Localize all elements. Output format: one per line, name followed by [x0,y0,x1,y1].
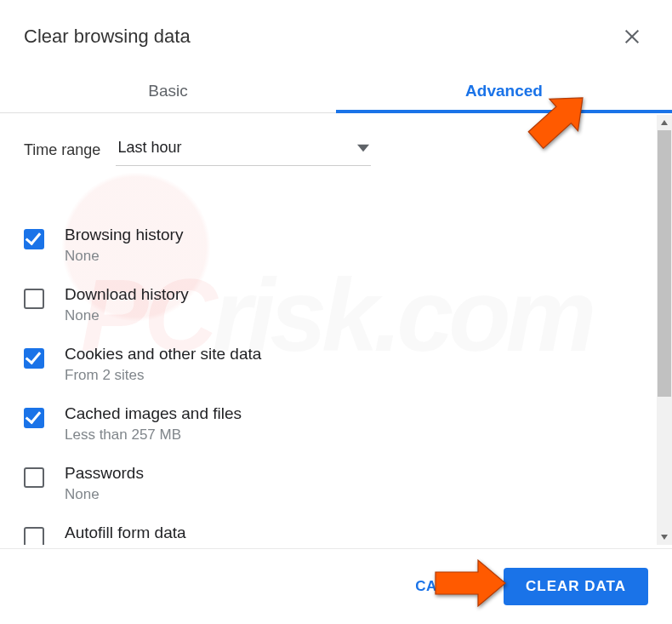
cancel-button[interactable]: CANCEL [400,568,493,605]
time-range-label: Time range [24,141,100,159]
tab-basic[interactable]: Basic [0,70,336,112]
option-row-cached: Cached images and files Less than 257 MB [0,394,663,454]
option-title: Passwords [65,464,144,483]
option-subtitle: Less than 257 MB [65,426,242,444]
option-row-browsing-history: Browsing history None [0,175,663,275]
option-row-autofill: Autofill form data [0,513,663,545]
checkbox-cached[interactable] [24,408,44,428]
option-title: Cached images and files [65,404,242,423]
close-button[interactable] [616,20,648,53]
clear-browsing-data-dialog: PCrisk.com Clear browsing data Basic Adv… [0,0,672,624]
scroll-area: Time range Last hour Browsing history No… [0,115,663,545]
option-title: Download history [65,285,189,304]
option-row-download-history: Download history None [0,275,663,335]
checkbox-browsing-history[interactable] [24,229,44,249]
option-title: Autofill form data [65,524,186,542]
svg-marker-4 [661,535,668,540]
checkbox-cookies[interactable] [24,348,44,369]
svg-marker-2 [357,144,369,151]
option-row-passwords: Passwords None [0,454,663,513]
scrollbar-thumb[interactable] [658,130,671,397]
option-subtitle: None [65,248,183,265]
checkbox-passwords[interactable] [24,467,44,488]
time-range-row: Time range Last hour [0,115,663,175]
tab-advanced[interactable]: Advanced [336,70,672,112]
option-subtitle: From 2 sites [65,367,261,384]
svg-marker-3 [661,120,668,125]
scrollbar-up-icon[interactable] [657,115,672,130]
option-title: Browsing history [65,226,183,244]
clear-data-button[interactable]: CLEAR DATA [504,568,648,605]
dialog-footer: CANCEL CLEAR DATA [0,548,672,624]
scrollbar[interactable] [657,115,672,545]
option-row-cookies: Cookies and other site data From 2 sites [0,335,663,394]
option-title: Cookies and other site data [65,345,261,364]
tabs: Basic Advanced [0,70,672,113]
checkbox-autofill[interactable] [24,527,44,545]
dialog-header: Clear browsing data [0,0,672,70]
option-subtitle: None [65,307,189,324]
option-subtitle: None [65,486,144,503]
dialog-title: Clear browsing data [24,26,191,48]
chevron-down-icon [357,142,369,154]
scrollbar-down-icon[interactable] [657,530,672,545]
close-icon [623,27,641,46]
time-range-value: Last hour [117,139,181,157]
checkbox-download-history[interactable] [24,289,44,309]
time-range-select[interactable]: Last hour [116,134,371,166]
